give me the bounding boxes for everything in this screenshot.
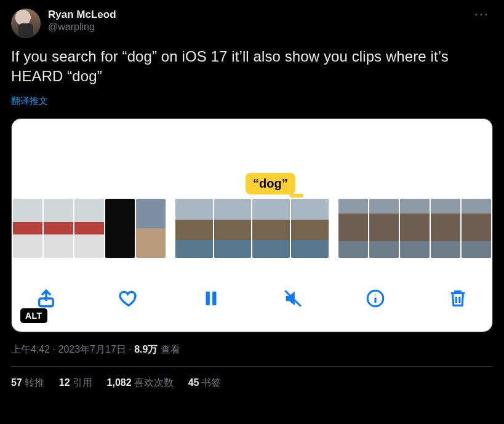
tweet: Ryan McLeod @warpling ··· If you search … [0,0,504,402]
view-count: 8.9万 [134,344,158,354]
svg-rect-2 [212,291,216,305]
timeline-frame [136,199,166,258]
timeline-clip[interactable] [13,199,166,258]
author-handle[interactable]: @warpling [48,22,116,33]
stat-label: 转推 [25,377,44,388]
stat-value: 1,082 [107,377,132,388]
meta-separator: · [126,344,134,354]
stat-value: 12 [59,377,70,388]
trash-icon [447,288,468,311]
meta-separator: · [50,344,58,354]
timeline-frame [74,199,104,258]
tweet-header: Ryan McLeod @warpling ··· [11,9,493,38]
video-timeline[interactable] [12,199,492,258]
timeline-frame [175,199,213,258]
svg-point-5 [375,294,376,295]
author-display-name[interactable]: Ryan McLeod [48,9,116,21]
timeline-frame [291,199,329,258]
alt-badge[interactable]: ALT [20,308,47,323]
tweet-time[interactable]: 上午4:42 [11,344,50,354]
timeline-frame [13,199,42,258]
stat-label: 书签 [201,377,221,388]
stat-quotes[interactable]: 12引用 [59,377,92,390]
info-icon [365,288,386,311]
media-card[interactable]: “dog” [11,118,493,332]
heart-icon [118,288,139,311]
like-button[interactable] [115,286,142,313]
stat-label: 引用 [73,377,92,388]
timeline-frame [462,199,491,258]
timeline-frame [400,199,430,258]
timeline-frame [214,199,252,258]
info-button[interactable] [362,286,389,313]
timeline-frame [252,199,290,258]
mute-button[interactable] [279,286,306,313]
stat-bookmarks[interactable]: 45书签 [188,377,222,390]
more-button[interactable]: ··· [471,9,493,20]
timeline-frame [431,199,460,258]
timeline-clip[interactable] [338,199,491,258]
tweet-meta: 上午4:42 · 2023年7月17日 · 8.9万 查看 [11,343,493,356]
timeline-frame [369,199,399,258]
stat-retweets[interactable]: 57转推 [11,377,44,390]
view-label: 查看 [158,344,180,354]
tweet-text: If you search for “dog” on iOS 17 it’ll … [11,47,493,87]
speaker-muted-icon [282,288,303,311]
stat-likes[interactable]: 1,082喜欢次数 [107,377,174,390]
timeline-clip[interactable] [175,199,328,258]
pause-icon [201,288,222,311]
author-names: Ryan McLeod @warpling [48,9,116,33]
caption-bubble: “dog” [246,173,295,194]
svg-rect-1 [206,291,209,305]
caption-tick [290,194,303,198]
timeline-frame [105,199,135,258]
avatar[interactable] [11,9,41,38]
timeline-frame [44,199,73,258]
translate-link[interactable]: 翻译推文 [11,95,493,107]
tweet-date[interactable]: 2023年7月17日 [58,344,126,354]
stat-value: 57 [11,377,22,388]
timeline-frame [338,199,368,258]
delete-button[interactable] [444,286,471,313]
pause-button[interactable] [198,286,225,313]
tweet-stats: 57转推 12引用 1,082喜欢次数 45书签 [11,367,493,394]
stat-value: 45 [188,377,199,388]
media-toolbar [12,278,492,322]
stat-label: 喜欢次数 [134,377,174,388]
